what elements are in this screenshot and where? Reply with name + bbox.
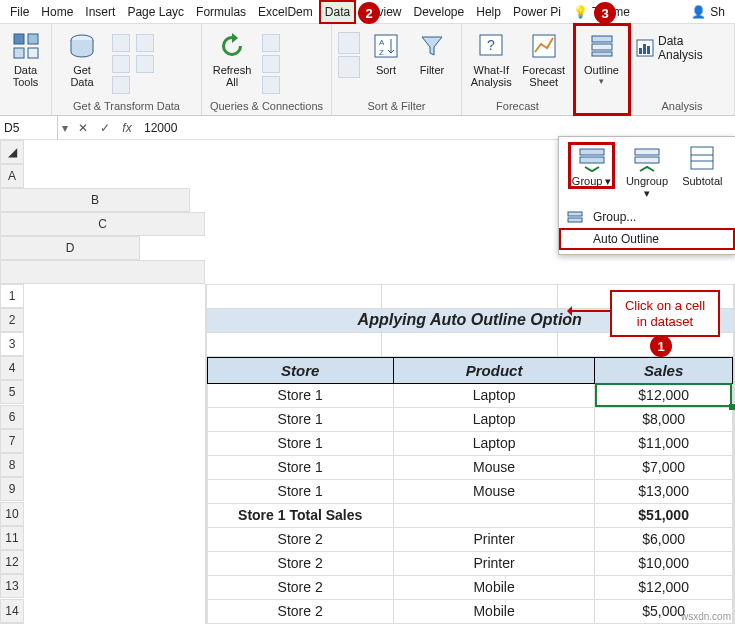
fill-handle[interactable]	[729, 404, 735, 410]
properties-icon[interactable]	[262, 55, 280, 73]
cell-sales[interactable]: $11,000	[595, 431, 733, 455]
cell-sales[interactable]: $7,000	[595, 455, 733, 479]
cancel-icon[interactable]: ✕	[72, 121, 94, 135]
cell-product[interactable]: Mobile	[393, 599, 594, 623]
enter-icon[interactable]: ✓	[94, 121, 116, 135]
cell-sales[interactable]: $6,000	[595, 527, 733, 551]
cell-sales[interactable]: $51,000	[595, 503, 733, 527]
recent-sources-icon[interactable]	[136, 34, 154, 52]
cell-product[interactable]: Mobile	[393, 575, 594, 599]
cell-product[interactable]: Mouse	[393, 455, 594, 479]
cell-store[interactable]: Store 1	[207, 479, 393, 503]
forecast-sheet-button[interactable]: Forecast Sheet	[521, 28, 568, 96]
menu-group[interactable]: Group...	[559, 206, 735, 228]
tab-formulas[interactable]: Formulas	[190, 0, 252, 24]
row-13[interactable]: 13	[0, 574, 24, 598]
ungroup-button[interactable]: Ungroup ▾	[624, 143, 669, 200]
row-10[interactable]: 10	[0, 502, 24, 526]
cell-product[interactable]: Mouse	[393, 479, 594, 503]
fx-icon[interactable]: fx	[116, 121, 138, 135]
cell-sales[interactable]: $12,000	[595, 383, 733, 407]
menu-auto-outline[interactable]: Auto Outline	[559, 228, 735, 250]
cell-sales[interactable]: $10,000	[595, 551, 733, 575]
sort-label: Sort	[376, 64, 396, 76]
tab-insert[interactable]: Insert	[79, 0, 121, 24]
refresh-all-button[interactable]: Refresh All	[208, 28, 256, 96]
row-3[interactable]: 3	[0, 332, 24, 356]
cell-product[interactable]: Printer	[393, 551, 594, 575]
get-data-button[interactable]: Get Data	[58, 28, 106, 96]
group-button[interactable]: Group ▾	[569, 143, 614, 188]
cell-store[interactable]: Store 1	[207, 383, 393, 407]
name-box[interactable]: D5	[0, 116, 58, 140]
tab-exceldemy[interactable]: ExcelDem	[252, 0, 319, 24]
from-web-icon[interactable]	[112, 55, 130, 73]
hdr-product[interactable]: Product	[393, 357, 594, 383]
share-button[interactable]: 👤 Sh	[685, 5, 731, 19]
tab-file[interactable]: File	[4, 0, 35, 24]
from-table-icon[interactable]	[112, 76, 130, 94]
cell-sales[interactable]: $13,000	[595, 479, 733, 503]
table-row: Store 1Laptop$8,000	[207, 407, 732, 431]
cell-product[interactable]	[393, 503, 594, 527]
row-12[interactable]: 12	[0, 550, 24, 574]
sort-za-icon[interactable]	[338, 56, 360, 78]
from-text-icon[interactable]	[112, 34, 130, 52]
cell-store[interactable]: Store 2	[207, 527, 393, 551]
row-7[interactable]: 7	[0, 429, 24, 453]
cell-store[interactable]: Store 1	[207, 431, 393, 455]
sort-button[interactable]: AZ Sort	[366, 28, 406, 96]
hdr-store[interactable]: Store	[207, 357, 393, 383]
edit-links-icon[interactable]	[262, 76, 280, 94]
row-1[interactable]: 1	[0, 284, 24, 308]
group-menu-icon	[567, 209, 583, 225]
col-c[interactable]: C	[0, 212, 205, 236]
tab-power-pivot[interactable]: Power Pi	[507, 0, 567, 24]
cell-sales[interactable]: $12,000	[595, 575, 733, 599]
cell-product[interactable]: Laptop	[393, 407, 594, 431]
cell-sales[interactable]: $8,000	[595, 407, 733, 431]
col-a[interactable]: A	[0, 164, 24, 188]
cell-store[interactable]: Store 2	[207, 599, 393, 623]
formula-bar[interactable]: 12000	[138, 121, 735, 135]
cell-store[interactable]: Store 1	[207, 455, 393, 479]
tab-home[interactable]: Home	[35, 0, 79, 24]
cell-product[interactable]: Laptop	[393, 431, 594, 455]
col-d[interactable]: D	[0, 236, 140, 260]
tab-data[interactable]: Data	[319, 0, 356, 24]
queries-icon[interactable]	[262, 34, 280, 52]
table-row: Store 2Printer$10,000	[207, 551, 732, 575]
existing-conn-icon[interactable]	[136, 55, 154, 73]
whatif-button[interactable]: ? What-If Analysis	[468, 28, 515, 96]
cell-store[interactable]: Store 1 Total Sales	[207, 503, 393, 527]
sort-az-icon[interactable]	[338, 32, 360, 54]
ungroup-label: Ungroup	[626, 175, 668, 187]
row-5[interactable]: 5	[0, 380, 24, 404]
cell-store[interactable]: Store 1	[207, 407, 393, 431]
tab-help[interactable]: Help	[470, 0, 507, 24]
row-11[interactable]: 11	[0, 526, 24, 550]
data-tools-button[interactable]: Data Tools	[6, 28, 45, 96]
row-8[interactable]: 8	[0, 453, 24, 477]
select-all[interactable]: ◢	[0, 140, 24, 164]
row-2[interactable]: 2	[0, 308, 24, 332]
cell-product[interactable]: Laptop	[393, 383, 594, 407]
col-b[interactable]: B	[0, 188, 190, 212]
row-6[interactable]: 6	[0, 405, 24, 429]
formula-bar-value: 12000	[144, 121, 177, 135]
outline-button[interactable]: Outline ▾	[580, 28, 623, 96]
data-analysis-button[interactable]: Data Analysis	[636, 34, 728, 62]
tab-page-layout[interactable]: Page Layc	[121, 0, 190, 24]
row-9[interactable]: 9	[0, 477, 24, 501]
name-box-dropdown[interactable]: ▾	[58, 121, 72, 135]
get-data-icon	[66, 30, 98, 62]
cell-store[interactable]: Store 2	[207, 551, 393, 575]
filter-button[interactable]: Filter	[412, 28, 452, 96]
row-4[interactable]: 4	[0, 356, 24, 380]
subtotal-button[interactable]: Subtotal	[680, 143, 725, 187]
row-14[interactable]: 14	[0, 599, 24, 623]
tab-developer[interactable]: Develope	[408, 0, 471, 24]
hdr-sales[interactable]: Sales	[595, 357, 733, 383]
cell-store[interactable]: Store 2	[207, 575, 393, 599]
cell-product[interactable]: Printer	[393, 527, 594, 551]
